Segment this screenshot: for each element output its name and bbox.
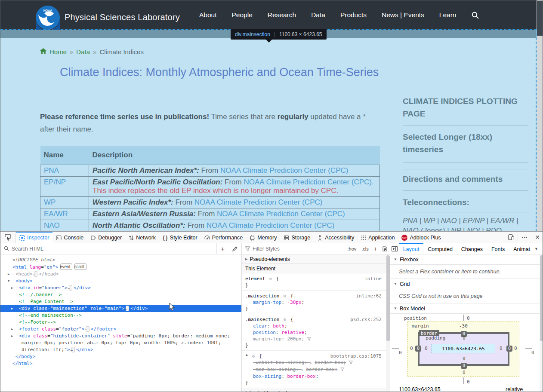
margin-top-value[interactable]: -30 (459, 323, 468, 329)
nav-item[interactable]: Research (268, 11, 296, 19)
expand-sidebar-icon[interactable] (390, 243, 399, 254)
css-rule[interactable]: inline:62.mainsection ⚙ {margin-top: -30… (242, 291, 386, 314)
highlight-selector-icon[interactable]: ⚙ (284, 317, 286, 322)
nav-item[interactable]: Data (311, 11, 325, 19)
tab-console[interactable]: Console (52, 232, 87, 243)
scroll-badge[interactable]: scroll (74, 263, 86, 270)
filter-styles-input[interactable]: Filter Styles (253, 246, 342, 252)
cpc-link[interactable]: NOAA Climate Prediction Center (CPC) (220, 166, 349, 175)
markup-node[interactable]: </html> (0, 360, 241, 367)
add-node-icon[interactable]: + (217, 243, 228, 254)
twisty-icon[interactable]: ▶ (14, 333, 19, 340)
twisty-icon[interactable]: ▶ (10, 271, 15, 278)
add-rule-icon[interactable]: + (371, 243, 380, 254)
margin-right-value[interactable]: 0 (514, 346, 517, 351)
margin-left-value[interactable]: 0 (410, 346, 413, 351)
tab-network[interactable]: Network (125, 232, 159, 243)
markup-node[interactable]: <!--end mainsection--> (0, 312, 241, 319)
collapsed-children-icon[interactable]: … (34, 271, 37, 277)
markup-node[interactable]: ▶<div id="banner">…</div> (0, 285, 241, 291)
nav-item[interactable]: Learn (439, 11, 457, 19)
css-declaration[interactable]: margin-top: 200px; (245, 336, 383, 342)
css-rule[interactable]: psd.css:252.mainsection ⚙ {clear: both;p… (242, 314, 386, 351)
tab-animat[interactable]: Animat (509, 243, 534, 254)
tab-adblock-plus[interactable]: ABP Adblock Plus (398, 232, 444, 243)
cpc-link[interactable]: NOAA Climate Prediction Center (CPC). (244, 178, 373, 186)
flexbox-section-header[interactable]: ▼ Flexbox (390, 254, 543, 265)
collapsed-children-icon[interactable]: … (71, 347, 75, 352)
collapsed-children-icon[interactable]: … (126, 306, 129, 311)
padding-right-value[interactable]: 0 (500, 346, 503, 351)
layout-scrollbar[interactable] (540, 254, 543, 392)
index-name-link[interactable]: WP (44, 198, 56, 206)
tab-computed[interactable]: Computed (423, 243, 457, 254)
layout-scrollbar-thumb[interactable] (540, 255, 543, 341)
breadcrumb-home[interactable]: Home (49, 48, 67, 55)
rule-source-link[interactable]: bootstrap.css:1075 (330, 353, 382, 359)
markup-node[interactable]: </body> (0, 353, 241, 360)
margin-bottom-value[interactable]: 0 (463, 370, 466, 375)
eyedropper-icon[interactable] (228, 243, 241, 254)
tab-inspector[interactable]: Inspector (16, 232, 52, 243)
markup-node[interactable]: ▼<body> (0, 278, 241, 285)
position-right-value[interactable]: 0 (531, 350, 534, 355)
page-scrollbar-thumb[interactable] (537, 1, 543, 36)
css-declaration[interactable]: box-sizing: border-box; (245, 373, 383, 380)
css-rule[interactable]: inlineelement ⚙ {} (242, 273, 386, 291)
index-name-link[interactable]: EP/NP (44, 178, 66, 186)
css-declaration[interactable]: -webkit-box-sizing: ▸ border-box; (245, 359, 383, 366)
tab-storage[interactable]: Storage (280, 232, 314, 243)
position-bottom-value[interactable]: 0 (467, 379, 470, 385)
tab-application[interactable]: Application (358, 232, 398, 243)
search-html-input[interactable]: Search HTML (12, 246, 214, 252)
markup-node[interactable]: <!DOCTYPE html> (0, 257, 241, 263)
twisty-icon[interactable]: ▶ (14, 305, 19, 312)
content-box[interactable]: 1100.63×6423.65 (432, 344, 495, 353)
markup-node[interactable]: <!--Page Content--> (0, 298, 241, 305)
pseudo-hover-toggle[interactable]: :hov (345, 243, 359, 254)
css-declaration[interactable]: margin-top: -30px; (245, 299, 383, 306)
tab-style-editor[interactable]: { } Style Editor (159, 232, 201, 243)
box-model-section-header[interactable]: ▼ Box Model (390, 303, 543, 314)
rule-source-link[interactable]: inline (364, 276, 382, 282)
border-bottom-value[interactable]: 0 (461, 363, 467, 369)
twisty-icon[interactable]: ▼ (10, 278, 15, 285)
grid-section-header[interactable]: ▼ Grid (390, 279, 543, 289)
markup-node[interactable]: <html lang="en">eventscroll (0, 263, 241, 271)
collapsed-children-icon[interactable]: … (86, 326, 89, 332)
index-name-link[interactable]: PNA (44, 166, 59, 175)
border-left-value[interactable]: 0 (415, 346, 421, 352)
position-top-value[interactable]: 0 (467, 315, 470, 321)
padding-top-value[interactable]: 0 (463, 335, 466, 341)
twisty-icon[interactable]: ▶ (14, 285, 19, 291)
teleconnection-links[interactable]: PNA | WP | NAO | EP/NP | EA/WR | NAO (Jo… (403, 216, 528, 231)
highlight-selector-icon[interactable]: ⚙ (252, 354, 255, 358)
tab-debugger[interactable]: Debugger (87, 232, 125, 243)
sidebar-link-plotting[interactable]: CLIMATE INDICES PLOTTING PAGE (403, 95, 528, 120)
css-rule[interactable]: bootstrap.css:1075* ⚙ {-webkit-box-sizin… (242, 351, 386, 388)
sidebar-link-timeseries[interactable]: Selected Longer (18xx) timeseries (403, 131, 528, 156)
pseudo-elements-header[interactable]: ▶ Pseudo-elements (242, 254, 386, 264)
noaa-logo[interactable]: NOAA (36, 6, 60, 30)
markup-node[interactable]: <!--/.banner--> (0, 291, 241, 298)
event-badge[interactable]: event (60, 263, 72, 270)
element-picker-icon[interactable] (0, 232, 16, 243)
collapsed-children-icon[interactable]: … (69, 285, 72, 291)
home-icon[interactable] (40, 48, 46, 55)
rule-source-link[interactable]: psd.css:252 (350, 316, 382, 323)
nav-item[interactable]: People (232, 11, 253, 19)
rules-scrollbar[interactable] (386, 254, 390, 392)
border-right-value[interactable]: 0 (506, 346, 512, 352)
nav-item[interactable]: News | Events (382, 11, 424, 19)
css-declaration[interactable]: clear: both; (245, 323, 383, 329)
breadcrumb-data[interactable]: Data (76, 48, 90, 55)
tab-changes[interactable]: Changes (457, 243, 487, 254)
responsive-mode-icon[interactable] (505, 232, 518, 243)
sidebar-link-directions[interactable]: Directions and comments (403, 173, 528, 185)
highlight-selector-icon[interactable]: ⚙ (284, 294, 286, 298)
tab-fonts[interactable]: Fonts (487, 243, 509, 254)
position-left-value[interactable]: 0 (399, 350, 402, 355)
index-name-link[interactable]: EA/WR (44, 210, 68, 218)
print-media-icon[interactable] (380, 243, 390, 254)
rule-source-link[interactable]: inline:62 (356, 293, 382, 299)
